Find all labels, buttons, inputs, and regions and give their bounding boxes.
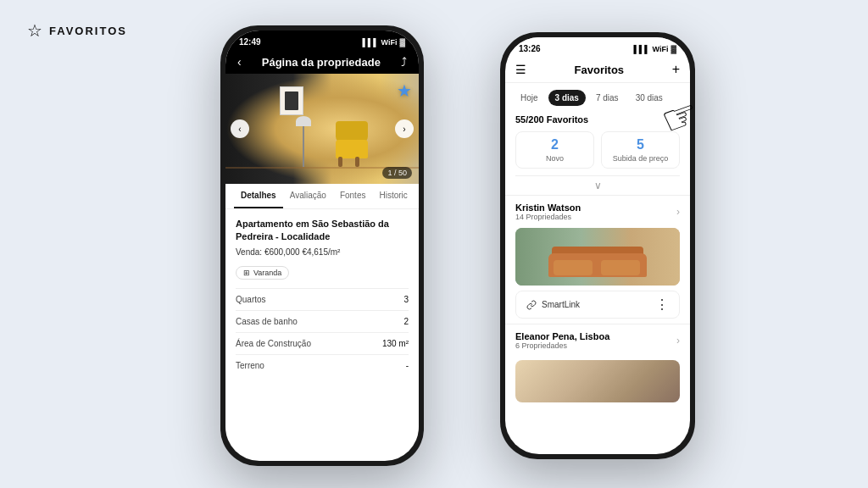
agent-chevron-1[interactable]: › xyxy=(676,206,680,218)
favorite-star-button[interactable]: ★ xyxy=(397,80,412,101)
spec-terreno: Terreno - xyxy=(236,354,409,376)
brand-name: FAVORITOS xyxy=(49,25,127,37)
agent-header-2: Eleanor Pena, Lisboa 6 Propriedades › xyxy=(515,331,680,350)
stat-novo-label: Novo xyxy=(525,154,585,163)
spec-value-terreno: - xyxy=(406,361,409,370)
agent-eleanor-pena: Eleanor Pena, Lisboa 6 Propriedades › xyxy=(505,324,690,357)
sofa-cushion-1 xyxy=(554,260,593,275)
left-status-bar: 12:49 ▌▌▌ WiFi ▓ xyxy=(225,30,419,50)
chair-decoration xyxy=(331,129,374,167)
smartlink-button[interactable]: SmartLink xyxy=(526,300,580,310)
tab-detalhes[interactable]: Detalhes xyxy=(234,184,283,208)
spec-label-quartos: Quartos xyxy=(236,295,266,304)
agent-chevron-2[interactable]: › xyxy=(676,335,680,347)
menu-button[interactable]: ☰ xyxy=(515,63,526,76)
agent-info-1: Kristin Watson 14 Propriedades xyxy=(515,202,581,221)
left-nav-bar: ‹ Página da propriedade ⤴ xyxy=(225,50,419,74)
page-title: Página da propriedade xyxy=(262,56,381,69)
add-button[interactable]: + xyxy=(672,62,680,77)
smartlink-icon xyxy=(526,300,537,310)
stat-novo-number: 2 xyxy=(525,137,585,152)
agent-property-image-2 xyxy=(515,360,680,402)
spec-value-casas-banho: 2 xyxy=(403,317,409,326)
tag-label: Varanda xyxy=(253,269,281,277)
agent-props-2: 6 Propriedades xyxy=(515,341,609,350)
wifi-icon: WiFi xyxy=(381,38,398,47)
tab-3dias[interactable]: 3 dias xyxy=(548,90,586,106)
more-options-button[interactable]: ⋮ xyxy=(655,297,669,313)
logo-star-icon: ☆ xyxy=(27,20,42,41)
right-nav-bar: ☰ Favoritos + xyxy=(505,57,690,83)
stat-subida-label: Subida de preço xyxy=(610,154,670,163)
floor-lamp-decoration xyxy=(303,116,304,167)
tab-historico[interactable]: Historic xyxy=(372,184,414,208)
right-battery-icon: ▓ xyxy=(670,45,676,53)
right-wifi-icon: WiFi xyxy=(653,45,669,53)
spec-quartos: Quartos 3 xyxy=(236,288,409,310)
property-details: Apartamento em São Sebastião da Pedreira… xyxy=(225,209,419,385)
detail-tabs: Detalhes Avaliação Fontes Historic xyxy=(225,184,419,209)
stats-cards: 2 Novo 5 Subida de preço xyxy=(505,131,690,175)
spec-label-area: Área de Construção xyxy=(236,339,311,348)
tab-7dias[interactable]: 7 dias xyxy=(589,90,626,106)
spec-area: Área de Construção 130 m² xyxy=(236,332,409,354)
image-prev-button[interactable]: ‹ xyxy=(231,119,249,138)
specs-table: Quartos 3 Casas de banho 2 Área de Const… xyxy=(236,288,409,376)
right-status-icons: ▌▌▌ WiFi ▓ xyxy=(633,45,676,53)
right-status-bar: 13:26 ▌▌▌ WiFi ▓ xyxy=(505,37,690,57)
right-page-title: Favoritos xyxy=(575,64,625,76)
tab-avaliacao[interactable]: Avaliação xyxy=(283,184,333,208)
brand-logo: ☆ FAVORITOS xyxy=(27,20,127,41)
battery-icon: ▓ xyxy=(399,38,405,47)
agent-kristin-watson: Kristin Watson 14 Propriedades › xyxy=(505,195,690,228)
tab-hoje[interactable]: Hoje xyxy=(514,90,545,106)
spec-casas-banho: Casas de banho 2 xyxy=(236,310,409,332)
agent-property-image-1 xyxy=(515,228,680,286)
spec-label-terreno: Terreno xyxy=(236,361,264,370)
agent-name-2[interactable]: Eleanor Pena, Lisboa xyxy=(515,331,609,341)
right-signal-icon: ▌▌▌ xyxy=(633,45,649,53)
property-tag: ⊞ Varanda xyxy=(236,266,289,280)
expand-button[interactable]: ∨ xyxy=(515,175,680,195)
property-image: ★ ‹ › 1 / 50 xyxy=(225,74,419,184)
agent-info-2: Eleanor Pena, Lisboa 6 Propriedades xyxy=(515,331,609,350)
agent-props-1: 14 Propriedades xyxy=(515,213,581,221)
back-button[interactable]: ‹ xyxy=(237,55,242,69)
left-status-icons: ▌▌▌ WiFi ▓ xyxy=(362,38,405,47)
left-phone: 12:49 ▌▌▌ WiFi ▓ ‹ Página da propriedade… xyxy=(220,25,424,466)
spec-label-casas-banho: Casas de banho xyxy=(236,317,298,326)
agent-header-1: Kristin Watson 14 Propriedades › xyxy=(515,202,680,221)
smartlink-bar: SmartLink ⋮ xyxy=(515,291,680,319)
smartlink-label: SmartLink xyxy=(542,300,580,309)
agent-name-1[interactable]: Kristin Watson xyxy=(515,202,581,213)
image-next-button[interactable]: › xyxy=(395,119,414,138)
left-time: 12:49 xyxy=(239,37,261,47)
right-time: 13:26 xyxy=(519,44,541,53)
spec-value-quartos: 3 xyxy=(403,295,409,304)
wall-art-decoration xyxy=(280,86,303,115)
spec-value-area: 130 m² xyxy=(382,339,409,348)
image-counter: 1 / 50 xyxy=(382,167,412,179)
property-price: Venda: €600,000 €4,615/m² xyxy=(236,247,409,257)
signal-icon: ▌▌▌ xyxy=(362,38,378,47)
sofa-cushion-2 xyxy=(601,260,641,275)
stat-novo: 2 Novo xyxy=(515,131,594,169)
property-title: Apartamento em São Sebastião da Pedreira… xyxy=(236,218,409,244)
tag-icon: ⊞ xyxy=(243,269,250,277)
tab-fontes[interactable]: Fontes xyxy=(333,184,373,208)
stat-subida-number: 5 xyxy=(610,137,670,152)
share-button[interactable]: ⤴ xyxy=(401,55,407,69)
